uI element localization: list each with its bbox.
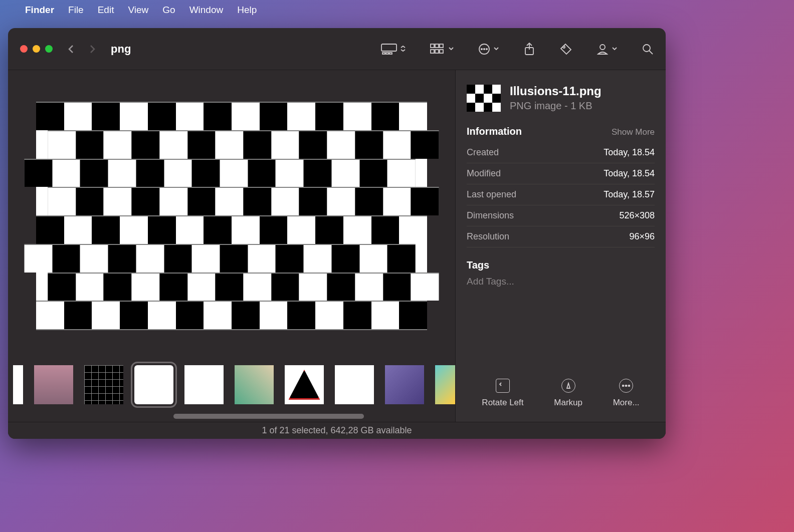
thumbnail[interactable]	[34, 365, 73, 404]
svg-point-13	[486, 48, 487, 49]
tag-button[interactable]	[559, 43, 572, 56]
info-value: 526×308	[619, 210, 655, 221]
svg-rect-2	[386, 53, 388, 54]
chevron-down-icon	[612, 45, 618, 54]
info-label: Created	[467, 147, 499, 158]
preview-image[interactable]	[36, 102, 427, 330]
info-value: Today, 18.54	[604, 168, 655, 179]
more-button[interactable]: More...	[613, 379, 640, 408]
thumbnail[interactable]	[435, 365, 455, 404]
inspector-panel: Illusions-11.png PNG image - 1 KB Inform…	[455, 70, 666, 422]
menu-edit[interactable]: Edit	[98, 5, 114, 16]
action-button[interactable]	[478, 43, 499, 55]
svg-point-18	[643, 45, 650, 52]
gallery-view-button[interactable]	[381, 44, 406, 55]
thumbnail[interactable]	[335, 365, 374, 404]
info-section-title: Information	[467, 126, 522, 137]
tags-section-title: Tags	[467, 259, 655, 271]
chevron-down-icon	[448, 45, 454, 54]
info-label: Resolution	[467, 231, 509, 242]
user-dropdown[interactable]	[597, 43, 618, 55]
menu-window[interactable]: Window	[189, 5, 224, 16]
menu-go[interactable]: Go	[162, 5, 175, 16]
thumbnail-selected[interactable]	[134, 365, 173, 404]
svg-line-19	[649, 51, 653, 54]
forward-button[interactable]	[88, 45, 97, 54]
close-button[interactable]	[20, 45, 28, 53]
info-value: Today, 18.57	[604, 189, 655, 200]
thumbnail[interactable]	[385, 365, 424, 404]
svg-point-16	[563, 46, 565, 48]
svg-rect-8	[435, 50, 439, 53]
svg-point-12	[484, 48, 485, 49]
thumbnail[interactable]	[13, 365, 23, 404]
markup-icon	[561, 379, 575, 393]
menu-view[interactable]: View	[128, 5, 148, 16]
toolbar: png	[8, 28, 666, 70]
minimize-button[interactable]	[33, 45, 40, 53]
window-controls	[20, 45, 53, 53]
window-title: png	[111, 43, 131, 56]
back-button[interactable]	[67, 45, 76, 54]
more-icon	[619, 379, 633, 393]
thumbnail[interactable]	[285, 365, 324, 404]
info-value: Today, 18.54	[604, 147, 655, 158]
thumbnail[interactable]	[84, 365, 123, 404]
main-pane	[8, 70, 455, 422]
nav-buttons	[67, 45, 97, 54]
menubar-app[interactable]: Finder	[25, 5, 54, 16]
info-value: 96×96	[629, 231, 655, 242]
filename: Illusions-11.png	[510, 84, 602, 98]
action-label: More...	[613, 398, 640, 408]
info-label: Modified	[467, 168, 501, 179]
thumbnail-strip	[8, 362, 455, 422]
rotate-icon	[496, 379, 510, 393]
file-subtitle: PNG image - 1 KB	[510, 100, 602, 112]
thumbnail-scrollbar[interactable]	[173, 414, 364, 419]
menubar: Finder File Edit View Go Window Help	[0, 0, 794, 20]
svg-rect-6	[440, 44, 443, 48]
chevron-down-icon	[493, 45, 499, 54]
svg-rect-1	[382, 53, 385, 54]
svg-rect-7	[431, 50, 434, 53]
status-bar: 1 of 21 selected, 642,28 GB available	[8, 422, 666, 439]
search-button[interactable]	[642, 43, 654, 55]
tags-input[interactable]: Add Tags...	[467, 276, 655, 287]
svg-point-17	[600, 45, 605, 50]
inspector-thumbnail	[467, 85, 501, 112]
svg-point-22	[629, 385, 630, 387]
svg-rect-9	[440, 50, 443, 53]
rotate-left-button[interactable]: Rotate Left	[482, 379, 523, 408]
updown-icon	[400, 45, 406, 54]
action-label: Markup	[554, 398, 582, 408]
svg-point-11	[481, 48, 482, 49]
svg-rect-0	[381, 44, 396, 51]
action-label: Rotate Left	[482, 398, 523, 408]
finder-window: png	[8, 28, 666, 439]
zoom-button[interactable]	[45, 45, 53, 53]
markup-button[interactable]: Markup	[554, 379, 582, 408]
svg-point-20	[623, 385, 624, 387]
share-button[interactable]	[523, 43, 535, 56]
svg-rect-3	[389, 53, 392, 54]
group-button[interactable]	[430, 44, 454, 55]
menu-help[interactable]: Help	[237, 5, 257, 16]
svg-rect-4	[431, 44, 434, 48]
show-more-button[interactable]: Show More	[612, 127, 655, 137]
thumbnail[interactable]	[235, 365, 274, 404]
svg-point-21	[626, 385, 627, 387]
svg-rect-5	[435, 44, 439, 48]
preview-area	[8, 70, 455, 362]
info-label: Last opened	[467, 189, 516, 200]
thumbnail[interactable]	[184, 365, 224, 404]
menu-file[interactable]: File	[68, 5, 84, 16]
info-label: Dimensions	[467, 210, 514, 221]
